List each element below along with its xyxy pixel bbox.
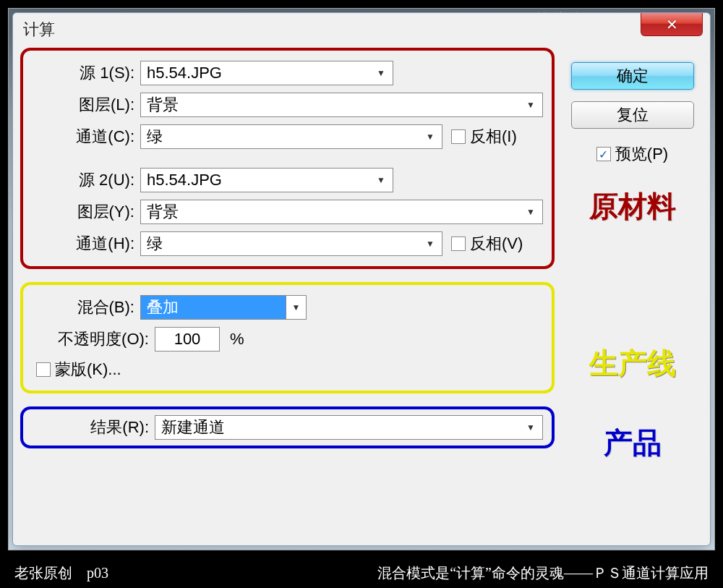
divider: [32, 156, 543, 168]
source2-channel-label: 通道(H):: [32, 233, 140, 255]
source1-layer-dropdown[interactable]: 背景 ▼: [140, 93, 543, 117]
close-button[interactable]: ✕: [641, 13, 703, 36]
source1-row: 源 1(S): h5.54.JPG ▼: [32, 61, 543, 85]
footer-left: 老张原创 p03: [14, 563, 108, 583]
outer-frame: 思缘设计论坛 WWW.MISSYUAN.COM 计算 ✕ 源 1(S): h5.…: [6, 6, 717, 553]
source2-channel-value: 绿: [147, 233, 163, 255]
source2-invert-label: 反相(V): [470, 233, 523, 255]
source2-layer-dropdown[interactable]: 背景 ▼: [140, 200, 543, 224]
chevron-down-icon: ▼: [526, 100, 535, 110]
source2-invert-wrap: 反相(V): [451, 233, 523, 255]
chevron-down-icon: ▼: [377, 175, 385, 185]
footer-right: 混合模式是“计算”命令的灵魂——ＰＳ通道计算应用: [377, 563, 709, 583]
source2-layer-row: 图层(Y): 背景 ▼: [32, 200, 543, 224]
title-bar: 计算 ✕: [13, 13, 710, 43]
source1-layer-label: 图层(L):: [32, 94, 140, 116]
source1-invert-checkbox[interactable]: [451, 129, 466, 144]
opacity-row: 不透明度(O): 100 %: [32, 327, 543, 351]
percent-sign: %: [230, 330, 244, 349]
chevron-down-icon: ▼: [526, 422, 535, 433]
annotation-production-line: 生产线: [589, 344, 676, 383]
source2-channel-row: 通道(H): 绿 ▼ 反相(V): [32, 231, 543, 256]
chevron-down-icon: ▼: [526, 207, 535, 217]
source1-layer-row: 图层(L): 背景 ▼: [32, 93, 543, 117]
source1-label: 源 1(S):: [32, 62, 140, 84]
dialog-title: 计算: [13, 13, 65, 46]
source1-channel-dropdown[interactable]: 绿 ▼: [140, 124, 442, 149]
dialog-body: 源 1(S): h5.54.JPG ▼ 图层(L): 背景 ▼: [13, 43, 710, 545]
close-icon: ✕: [666, 16, 678, 33]
source2-invert-checkbox[interactable]: [451, 237, 466, 251]
blending-group: 混合(B): 叠加 ▼ 不透明度(O): 100 %: [20, 282, 555, 393]
source1-invert-wrap: 反相(I): [451, 126, 517, 148]
source2-value: h5.54.JPG: [147, 171, 222, 189]
side-column: 确定 复位 ✓ 预览(P) 原材料 生产线 产品: [562, 48, 703, 538]
source2-dropdown[interactable]: h5.54.JPG ▼: [140, 168, 393, 192]
preview-checkbox[interactable]: ✓: [596, 147, 611, 161]
reset-button[interactable]: 复位: [571, 101, 694, 129]
source1-layer-value: 背景: [147, 94, 179, 116]
result-value: 新建通道: [161, 417, 225, 438]
source1-value: h5.54.JPG: [147, 64, 222, 82]
form-column: 源 1(S): h5.54.JPG ▼ 图层(L): 背景 ▼: [20, 48, 555, 538]
source2-channel-dropdown[interactable]: 绿 ▼: [140, 231, 442, 256]
opacity-label: 不透明度(O):: [32, 328, 155, 350]
result-row: 结果(R): 新建通道 ▼: [32, 415, 543, 440]
annotation-product: 产品: [604, 423, 662, 463]
mask-row: 蒙版(K)...: [32, 359, 543, 380]
source2-label: 源 2(U):: [32, 169, 140, 191]
source1-channel-label: 通道(C):: [32, 126, 140, 148]
footer-bar: 老张原创 p03 混合模式是“计算”命令的灵魂——ＰＳ通道计算应用: [0, 558, 723, 588]
source2-layer-label: 图层(Y):: [32, 201, 140, 223]
blend-mode-value: 叠加: [147, 297, 179, 318]
chevron-down-icon: ▼: [426, 132, 435, 142]
preview-label: 预览(P): [615, 143, 668, 165]
blend-row: 混合(B): 叠加 ▼: [32, 295, 543, 320]
result-group: 结果(R): 新建通道 ▼: [20, 406, 555, 448]
annotation-raw-materials: 原材料: [589, 187, 676, 226]
source1-invert-label: 反相(I): [470, 126, 517, 148]
blend-mode-dropdown[interactable]: 叠加 ▼: [140, 295, 307, 320]
sources-group: 源 1(S): h5.54.JPG ▼ 图层(L): 背景 ▼: [20, 48, 555, 269]
source1-channel-value: 绿: [147, 126, 163, 148]
chevron-down-icon: ▼: [286, 296, 306, 319]
ok-button[interactable]: 确定: [571, 62, 694, 90]
opacity-value: 100: [174, 330, 201, 349]
source1-channel-row: 通道(C): 绿 ▼ 反相(I): [32, 124, 543, 149]
calculations-dialog: 计算 ✕ 源 1(S): h5.54.JPG ▼: [12, 12, 711, 546]
preview-row: ✓ 预览(P): [596, 143, 668, 165]
source2-row: 源 2(U): h5.54.JPG ▼: [32, 168, 543, 192]
chevron-down-icon: ▼: [426, 239, 435, 249]
ok-label: 确定: [617, 65, 649, 87]
source1-dropdown[interactable]: h5.54.JPG ▼: [140, 61, 393, 85]
mask-label: 蒙版(K)...: [55, 359, 121, 380]
reset-label: 复位: [617, 104, 649, 126]
chevron-down-icon: ▼: [377, 68, 385, 78]
result-dropdown[interactable]: 新建通道 ▼: [155, 415, 543, 440]
source2-layer-value: 背景: [147, 201, 179, 223]
blend-label: 混合(B):: [32, 297, 140, 318]
mask-checkbox[interactable]: [36, 362, 51, 377]
opacity-input[interactable]: 100: [155, 327, 220, 351]
result-label: 结果(R):: [32, 417, 155, 438]
